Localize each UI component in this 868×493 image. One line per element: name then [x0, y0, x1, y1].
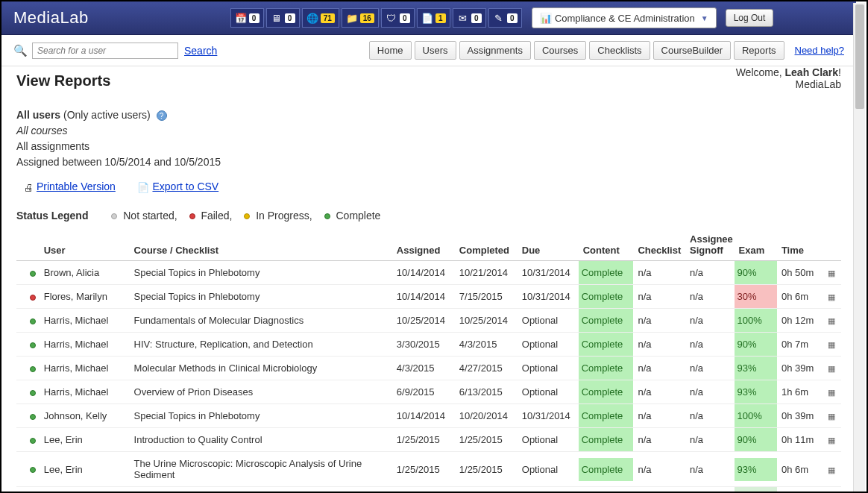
cell-completed: 1/25/2015 [455, 428, 518, 452]
table-row: Miller, AnabelCardiac Biomarkers6/5/2015… [16, 487, 841, 492]
tab-users[interactable]: Users [415, 41, 456, 60]
tab-reports[interactable]: Reports [734, 41, 784, 60]
cell-assigned: 6/5/2015 [392, 487, 455, 492]
cal-icon-badge: 0 [249, 13, 260, 23]
cell-exam: 93% [735, 357, 777, 380]
mail-icon-badge: 0 [471, 13, 482, 23]
th-content[interactable]: Content [579, 229, 634, 261]
cell-time: 0h 12m [777, 309, 821, 333]
cell-content: Complete [579, 309, 634, 333]
cal-icon[interactable]: 📅0 [230, 8, 264, 28]
view-icon[interactable]: 🖥0 [266, 8, 300, 28]
status-dot [30, 295, 36, 301]
th-course[interactable]: Course / Checklist [130, 229, 392, 261]
cell-assigned: 4/3/2015 [392, 357, 455, 380]
search-input[interactable] [32, 43, 178, 59]
cell-signoff: n/a [685, 487, 735, 492]
help-icon[interactable]: ? [157, 110, 167, 121]
shield-icon[interactable]: 🛡0 [381, 8, 415, 28]
cell-action: ▦ [821, 309, 841, 333]
cell-course: Special Topics in Phlebotomy [130, 261, 392, 285]
details-icon[interactable]: ▦ [828, 436, 835, 445]
cell-action: ▦ [821, 285, 841, 309]
header-bar: MediaLab 📅0🖥0🌐71📁16🛡0📄1✉0✎0 📊 Compliance… [1, 1, 856, 35]
cell-due: Optional [518, 452, 579, 487]
cell-exam: 100% [735, 309, 777, 333]
doc-icon-glyph: 📄 [421, 12, 433, 24]
need-help-link[interactable]: Need help? [795, 45, 845, 56]
cell-time: 0h 6m [777, 285, 821, 309]
cell-course: Special Topics in Phlebotomy [130, 404, 392, 428]
cell-content: Complete [579, 380, 634, 404]
table-row: Harris, MichaelOverview of Prion Disease… [16, 380, 841, 404]
export-csv-link[interactable]: Export to CSV [152, 180, 218, 192]
tab-coursebuilder[interactable]: CourseBuilder [653, 41, 731, 60]
th-completed[interactable]: Completed [455, 229, 518, 261]
cell-time: 0h 39m [777, 357, 821, 380]
cell-content: Complete [579, 333, 634, 357]
cell-action: ▦ [821, 380, 841, 404]
cell-status [16, 452, 40, 487]
folder-icon-badge: 16 [360, 13, 374, 23]
th-due[interactable]: Due [518, 229, 579, 261]
logout-button[interactable]: Log Out [726, 9, 774, 27]
filter-info: All users (Only active users) ? All cour… [16, 107, 841, 170]
details-icon[interactable]: ▦ [828, 388, 835, 397]
status-dot [30, 271, 36, 277]
admin-dropdown-label: Compliance & CE Administration [555, 13, 695, 24]
cell-course: Fundamentals of Molecular Diagnostics [130, 309, 392, 333]
details-icon[interactable]: ▦ [828, 340, 835, 349]
cell-checklist: n/a [633, 487, 685, 492]
cell-exam: 90% [735, 261, 777, 285]
status-dot [30, 318, 36, 324]
table-row: Johnson, KellySpecial Topics in Phleboto… [16, 404, 841, 428]
details-icon[interactable]: ▦ [828, 316, 835, 325]
cell-user: Johnson, Kelly [40, 404, 130, 428]
details-icon[interactable]: ▦ [828, 292, 835, 301]
mail-icon[interactable]: ✉0 [453, 8, 486, 28]
cell-status [16, 428, 40, 452]
tab-checklists[interactable]: Checklists [589, 41, 650, 60]
th-user[interactable]: User [40, 229, 130, 261]
edit-icon[interactable]: ✎0 [488, 8, 522, 28]
th-time[interactable]: Time [777, 229, 821, 261]
th-exam[interactable]: Exam [735, 229, 777, 261]
th-signoff[interactable]: Assignee Signoff [685, 229, 735, 261]
admin-dropdown[interactable]: 📊 Compliance & CE Administration ▼ [532, 7, 717, 28]
search-link[interactable]: Search [184, 45, 217, 57]
th-assigned[interactable]: Assigned [392, 229, 455, 261]
cell-exam: 93% [735, 452, 777, 487]
doc-icon[interactable]: 📄1 [417, 8, 450, 28]
logo: MediaLab [13, 8, 89, 28]
cell-time: 0h 6m [777, 452, 821, 487]
cell-content: Complete [579, 285, 634, 309]
tab-assignments[interactable]: Assignments [459, 41, 531, 60]
details-icon[interactable]: ▦ [828, 364, 835, 373]
table-row: Flores, MarilynSpecial Topics in Phlebot… [16, 285, 841, 309]
details-icon[interactable]: ▦ [828, 465, 835, 474]
cell-completed: 4/27/2015 [455, 357, 518, 380]
tab-courses[interactable]: Courses [534, 41, 586, 60]
th-checklist[interactable]: Checklist [633, 229, 685, 261]
folder-icon[interactable]: 📁16 [342, 8, 379, 28]
table-row: Brown, AliciaSpecial Topics in Phlebotom… [16, 261, 841, 285]
details-icon[interactable]: ▦ [828, 269, 835, 277]
status-dot [30, 467, 36, 473]
view-icon-glyph: 🖥 [271, 12, 283, 24]
cell-assigned: 1/25/2015 [392, 428, 455, 452]
scrollbar-thumb[interactable] [855, 4, 864, 109]
cell-content: Complete [579, 261, 634, 285]
details-icon[interactable]: ▦ [828, 412, 835, 421]
cell-time: 0h 50m [777, 261, 821, 285]
cell-user: Miller, Anabel [40, 487, 130, 492]
cell-status [16, 404, 40, 428]
cell-due: 10/31/2014 [518, 261, 579, 285]
cell-time: 0h 7m [777, 333, 821, 357]
cell-content: Complete [579, 428, 634, 452]
printable-link[interactable]: Printable Version [37, 180, 116, 192]
cell-content: Complete [579, 404, 634, 428]
globe-icon[interactable]: 🌐71 [302, 8, 339, 28]
tab-home[interactable]: Home [369, 41, 412, 60]
cell-course: Cardiac Biomarkers [130, 487, 392, 492]
vertical-scrollbar[interactable] [853, 3, 865, 492]
